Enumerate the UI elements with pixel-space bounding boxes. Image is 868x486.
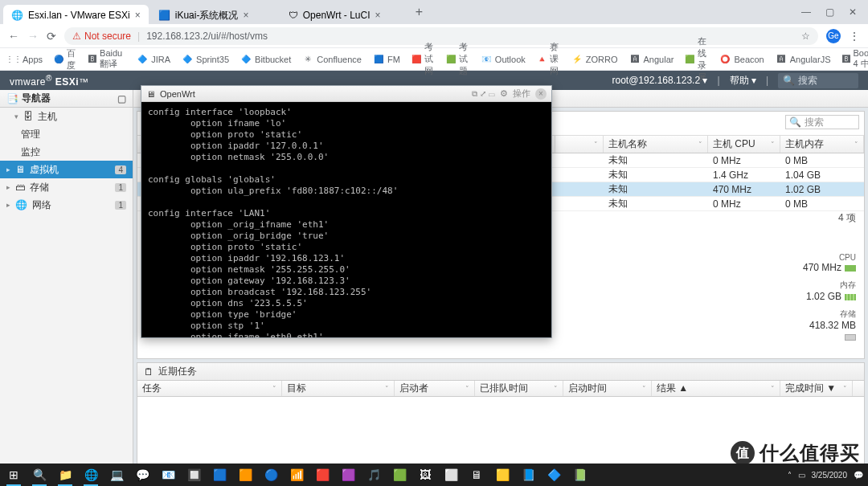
back-button[interactable]: ← [8, 30, 19, 43]
taskbar-app-icon[interactable]: 🖥 [468, 466, 485, 484]
bookmark-item[interactable]: ✳Confluence [302, 54, 362, 65]
rt-col[interactable]: 结果 ▲˅ [652, 381, 780, 396]
th-col1[interactable]: ˅ [555, 136, 604, 153]
chevron-right-icon[interactable]: ▸ [6, 201, 10, 209]
taskbar-app-icon[interactable]: 🟦 [211, 466, 228, 484]
taskbar-app-icon[interactable]: 🎵 [365, 466, 383, 484]
minimize-icon[interactable]: — [801, 6, 811, 18]
bookmark-item[interactable]: 🔵百度 [54, 47, 77, 71]
profile-avatar[interactable]: Ge [826, 29, 841, 43]
window-restore-icon[interactable]: ⧉ ⤢ ▭ [472, 89, 495, 99]
chevron-down-icon[interactable]: ▾ [14, 112, 18, 120]
taskbar-app-icon[interactable]: 📘 [519, 466, 537, 484]
close-icon[interactable]: × [535, 88, 547, 100]
bookmark-item[interactable]: 🅰Angular [629, 54, 674, 65]
taskbar-app-icon[interactable]: 📁 [56, 466, 74, 484]
taskbar-app-icon[interactable]: 🔵 [262, 466, 280, 484]
esxi-search-input[interactable]: 🔍 搜索 [778, 73, 858, 88]
taskbar-app-icon[interactable]: 🔍 [31, 466, 48, 484]
bookmark-item[interactable]: 🅱Bootstrap 4 中文 [842, 48, 869, 70]
tray-indicator[interactable]: ▭ [798, 471, 805, 480]
bookmark-item[interactable]: 🔷Sprint35 [182, 54, 229, 65]
seal-icon: 值 [731, 441, 755, 465]
nav-manage[interactable]: 管理 [0, 125, 133, 143]
bookmark-label: Outlook [495, 55, 526, 64]
close-icon[interactable]: × [243, 10, 248, 21]
rt-col[interactable]: 已排队时间˅ [475, 381, 563, 396]
taskbar-app-icon[interactable]: ⬜ [442, 466, 460, 484]
chevron-right-icon[interactable]: ▸ [6, 165, 10, 174]
maximize-icon[interactable]: ▢ [825, 6, 834, 18]
bookmark-item[interactable]: ⋮⋮Apps [8, 54, 43, 65]
nav-label: 管理 [21, 128, 40, 141]
star-icon[interactable]: ☆ [801, 31, 810, 42]
console-titlebar[interactable]: 🖥 OpenWrt ⧉ ⤢ ▭ ⚙ 操作 × [141, 86, 551, 102]
rt-col[interactable]: 完成时间 ▼˅ [780, 381, 853, 396]
close-icon[interactable]: × [135, 10, 141, 21]
browser-tab-2[interactable]: 🛡 OpenWrt - LuCI × [280, 5, 409, 26]
security-indicator[interactable]: ⚠ Not secure [72, 31, 131, 42]
nav-host[interactable]: ▾ 🗄 主机 [0, 108, 133, 125]
th-mem[interactable]: 主机内存˅ [780, 136, 864, 153]
taskbar-app-icon[interactable]: 🟧 [236, 466, 254, 484]
th-cpu[interactable]: 主机 CPU˅ [708, 136, 780, 153]
quick-search-input[interactable]: 🔍 搜索 [785, 115, 859, 129]
taskbar-app-icon[interactable]: 🟥 [313, 466, 331, 484]
bookmark-item[interactable]: 🔺赛课网 [537, 41, 560, 77]
vm-console-window[interactable]: 🖥 OpenWrt ⧉ ⤢ ▭ ⚙ 操作 × config interface … [141, 85, 552, 338]
rt-col[interactable]: 任务˅ [137, 381, 282, 396]
nav-network[interactable]: ▸ 🌐 网络 1 [0, 196, 133, 214]
forward-button[interactable]: → [27, 30, 39, 43]
bookmark-icon: 🟦 [373, 54, 384, 65]
new-tab-button[interactable]: + [416, 5, 423, 19]
rt-col[interactable]: 启动时间˅ [563, 381, 652, 396]
rt-col[interactable]: 启动者˅ [395, 381, 475, 396]
notifications-icon[interactable]: 💬 [854, 471, 863, 480]
bookmark-item[interactable]: ⚡ZORRO [571, 54, 618, 65]
th-hostname[interactable]: 主机名称˅ [604, 136, 708, 153]
browser-tab-0[interactable]: 🌐 Esxi.lan - VMware ESXi × [3, 5, 149, 26]
bookmark-item[interactable]: 🔷Bitbucket [240, 54, 291, 65]
bookmark-item[interactable]: 🟥考试网 [411, 41, 435, 77]
taskbar-app-icon[interactable]: 📶 [288, 466, 305, 484]
recent-tasks-header[interactable]: 🗒 近期任务 [137, 363, 864, 381]
console-terminal[interactable]: config interface 'loopback' option ifnam… [141, 102, 551, 337]
close-icon[interactable]: ✕ [849, 6, 857, 18]
bookmark-item[interactable]: 🅱Baidu翻译 [88, 48, 125, 70]
taskbar-app-icon[interactable]: 💬 [133, 466, 151, 484]
taskbar-app-icon[interactable]: 🖼 [416, 466, 434, 484]
taskbar-app-icon[interactable]: 📗 [571, 466, 588, 484]
taskbar-app-icon[interactable]: 🔲 [185, 466, 203, 484]
rt-col[interactable]: 目标˅ [282, 381, 395, 396]
help-menu[interactable]: 帮助 ▾ [730, 74, 756, 88]
bookmark-item[interactable]: 🟩考试题 [446, 41, 469, 77]
chevron-right-icon[interactable]: ▸ [6, 183, 10, 191]
nav-monitor[interactable]: 监控 [0, 143, 133, 161]
taskbar-app-icon[interactable]: 🟪 [339, 466, 357, 484]
taskbar-app-icon[interactable]: 📧 [159, 466, 177, 484]
gear-icon[interactable]: ⚙ [500, 88, 508, 99]
tray-up-icon[interactable]: ˄ [788, 471, 792, 480]
taskbar-app-icon[interactable]: 🌐 [82, 466, 100, 484]
taskbar-app-icon[interactable]: 🟨 [493, 466, 511, 484]
user-menu[interactable]: root@192.168.123.2 ▾ [612, 75, 707, 86]
bookmark-label: AngularJS [790, 55, 831, 64]
bookmark-item[interactable]: 🅰AngularJS [776, 54, 831, 65]
taskbar-app-icon[interactable]: ⊞ [5, 466, 23, 484]
reload-button[interactable]: ⟳ [47, 30, 56, 43]
bookmark-item[interactable]: 🟦FM [373, 54, 400, 65]
taskbar-app-icon[interactable]: 💻 [108, 466, 125, 484]
bookmark-item[interactable]: ⭕Beacon [719, 54, 764, 65]
nav-vms[interactable]: ▸ 🖥 虚拟机 4 [0, 161, 133, 178]
menu-icon[interactable]: ⋮ [849, 30, 860, 43]
close-icon[interactable]: × [375, 10, 381, 21]
taskbar-app-icon[interactable]: 🔷 [545, 466, 563, 484]
collapse-icon[interactable]: ▢ [117, 93, 126, 104]
browser-tab-1[interactable]: 🟦 iKuai-系统概况 × [150, 5, 279, 26]
bookmark-item[interactable]: 🔷JIRA [137, 54, 170, 65]
bookmark-item[interactable]: 📧Outlook [481, 54, 526, 65]
system-tray[interactable]: ˄ ▭ 3/25/2020 💬 [788, 471, 864, 480]
ops-label[interactable]: 操作 [513, 88, 530, 100]
taskbar-app-icon[interactable]: 🟩 [391, 466, 408, 484]
nav-storage[interactable]: ▸ 🗃 存储 1 [0, 178, 133, 196]
